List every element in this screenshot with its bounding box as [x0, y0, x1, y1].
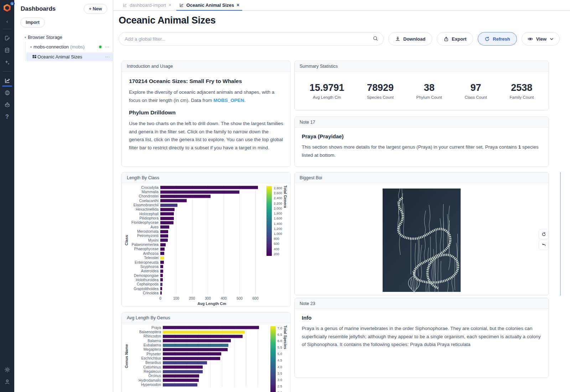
download-label: Download [403, 36, 425, 42]
chart-bar[interactable] [160, 195, 211, 198]
chart-bar[interactable] [163, 383, 197, 386]
global-filter [119, 32, 384, 46]
components-nav-button[interactable] [0, 99, 14, 111]
chart-bar[interactable] [160, 265, 163, 268]
category-label: Phaeophyceae [129, 247, 160, 251]
category-label: Eubalaena [129, 343, 163, 347]
connection-name: mobs-connection [33, 44, 69, 50]
chart-bar[interactable] [160, 287, 162, 290]
chevron-left-icon: ‹ [6, 19, 8, 24]
kit-box-icon [4, 102, 10, 108]
close-icon[interactable]: × [169, 2, 171, 8]
collapse-sidebar-button[interactable]: ‹ [0, 17, 14, 26]
chart-bar[interactable] [163, 370, 203, 373]
more-menu-icon[interactable]: ⋯ [102, 44, 113, 50]
colorbar-title: Total Genera [283, 185, 287, 256]
chart-bar[interactable] [163, 326, 259, 329]
data-nav-button[interactable] [0, 44, 14, 56]
colorbar-tick-label: 4.0 [278, 365, 282, 369]
dashboards-nav-button[interactable] [0, 74, 14, 87]
chart-bar[interactable] [160, 278, 163, 282]
tab-oceanic-animal-sizes[interactable]: Oceanic Animal Sizes × [175, 0, 243, 10]
page-title: Oceanic Animal Sizes [119, 15, 216, 26]
export-button[interactable]: Export [437, 32, 473, 46]
category-label: Florideophyceae [129, 221, 160, 225]
more-menu-icon[interactable]: ⋯ [102, 54, 113, 60]
chart-bar[interactable] [160, 283, 162, 286]
close-icon[interactable]: × [237, 2, 239, 8]
chart-bar[interactable] [160, 203, 177, 207]
chart-bar[interactable] [160, 226, 169, 229]
category-label: Petromyzonti [129, 234, 160, 238]
chart-bar[interactable] [163, 339, 231, 342]
chart-bar[interactable] [160, 234, 168, 237]
colorbar-tick-label: 400 [274, 247, 282, 251]
category-label: Enteropneusta [129, 261, 160, 264]
chart-bar[interactable] [163, 344, 228, 347]
chart-bar[interactable] [160, 208, 175, 211]
chart-bar[interactable] [163, 374, 199, 377]
chart-bar[interactable] [163, 366, 203, 369]
chart-bar[interactable] [160, 292, 162, 295]
person-icon [4, 379, 10, 385]
tree-item-mobs-connection[interactable]: ▾ mobs-connection (mobs) ⋯ [26, 42, 113, 52]
undo-button[interactable] [539, 240, 549, 250]
chart-bar[interactable] [160, 230, 168, 233]
chart-bar[interactable] [160, 186, 258, 189]
tab-dashboard-import[interactable]: dashboard-import × [119, 0, 175, 10]
category-label: Myxini [129, 238, 160, 242]
global-filter-input[interactable] [119, 32, 384, 46]
chart-bar[interactable] [163, 361, 207, 364]
note17-text: This section shows more details for the … [302, 144, 518, 150]
chart-bar[interactable] [160, 256, 164, 259]
chart-bar[interactable] [163, 352, 221, 356]
category-label: Merostomata [129, 229, 160, 233]
tree-item-oceanic-animal-sizes[interactable]: Oceanic Animal Sizes ⋯ [26, 52, 113, 61]
account-button[interactable] [0, 376, 14, 388]
magic-nav-button[interactable] [0, 56, 14, 68]
category-label: Demospongiae [129, 274, 160, 278]
length-by-class-chart: ClassCrocodyliaMammaliaChondrosteiCoelac… [124, 185, 287, 307]
scrollbar-thumb[interactable] [560, 172, 561, 296]
rerun-cell-button[interactable] [539, 229, 549, 239]
chart-bar[interactable] [160, 247, 165, 251]
download-button[interactable]: Download [388, 32, 432, 46]
settings-button[interactable] [0, 363, 14, 376]
views-nav-button[interactable] [0, 87, 14, 99]
colorbar-tick-label: 1,400 [274, 222, 282, 226]
colorbar-ticks: 2,8002,6002,4002,2002,0001,8001,6001,400… [272, 186, 283, 256]
notebooks-nav-button[interactable] [0, 32, 14, 44]
chart-row: Chondrostei [129, 194, 263, 198]
chart-bar[interactable] [163, 379, 199, 382]
help-nav-button[interactable]: ? [0, 111, 14, 123]
chart-bar[interactable] [163, 348, 228, 351]
chart-bar[interactable] [160, 190, 239, 194]
colorbar-tick-label: 2,400 [274, 196, 282, 200]
chart-bar[interactable] [160, 269, 163, 273]
app-logo[interactable]: 1 [2, 2, 12, 13]
new-dashboard-button[interactable]: + New [84, 4, 107, 14]
chart-bar[interactable] [160, 261, 164, 264]
chart-bar[interactable] [160, 212, 174, 216]
chart-bar[interactable] [160, 199, 187, 202]
dashboard-name: Oceanic Animal Sizes [37, 54, 82, 60]
chart-bar[interactable] [160, 274, 163, 277]
refresh-button[interactable]: Refresh [478, 32, 517, 46]
chart-bar[interactable] [163, 357, 220, 360]
chart-bar[interactable] [160, 217, 174, 220]
chart-bar[interactable] [160, 243, 166, 246]
chart-bar[interactable] [160, 221, 173, 224]
note23-heading: Info [302, 315, 542, 321]
colorbar-tick-label: 2,000 [274, 206, 282, 210]
chart-row: Phaeophyceae [129, 247, 263, 251]
view-button[interactable]: View [522, 32, 560, 46]
toolbar: Download Export Refresh View [119, 32, 549, 46]
import-button[interactable]: Import [20, 17, 45, 27]
chart-bar[interactable] [160, 239, 168, 242]
note17-heading: Praya (Prayidae) [302, 133, 542, 139]
chart-bar[interactable] [163, 335, 243, 338]
mobs-open-link[interactable]: MOBS_OPEN [213, 98, 244, 103]
chart-bar[interactable] [160, 252, 164, 255]
chart-bar[interactable] [163, 330, 245, 334]
tree-item-browser-storage[interactable]: ▾ Browser Storage [14, 32, 113, 42]
